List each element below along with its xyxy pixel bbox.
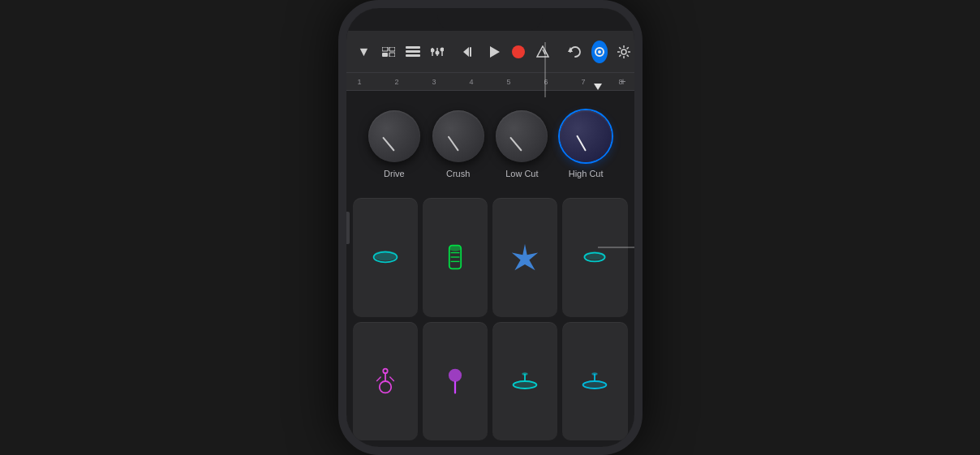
svg-marker-13: [463, 47, 469, 57]
svg-line-29: [626, 47, 628, 49]
svg-rect-3: [389, 53, 395, 57]
crush-knob-indicator: [447, 135, 458, 151]
drive-knob-container[interactable]: Drive: [368, 110, 420, 178]
svg-point-34: [449, 246, 461, 251]
drive-label: Drive: [384, 169, 405, 178]
playhead-marker: [594, 84, 602, 90]
lowcut-knob-container[interactable]: Low Cut: [496, 110, 548, 178]
play-button[interactable]: [486, 45, 502, 58]
svg-point-21: [598, 50, 601, 54]
svg-point-16: [512, 45, 525, 58]
highcut-knob-indicator: [576, 135, 587, 151]
drive-knob-indicator: [382, 137, 395, 152]
highcut-knob-container[interactable]: High Cut: [560, 110, 612, 178]
svg-marker-15: [490, 46, 500, 58]
svg-line-30: [619, 54, 621, 56]
svg-point-51: [522, 372, 528, 376]
lowcut-knob[interactable]: [496, 110, 548, 162]
highcut-label: High Cut: [569, 169, 604, 178]
drive-knob[interactable]: [368, 110, 420, 162]
svg-point-32: [373, 251, 397, 261]
svg-line-28: [626, 54, 628, 56]
pad-maraca[interactable]: [423, 322, 488, 441]
svg-point-43: [383, 368, 387, 372]
record-button[interactable]: [510, 45, 527, 59]
pad-starburst[interactable]: [492, 198, 557, 317]
crush-knob-container[interactable]: Crush: [432, 110, 484, 178]
layout-icon[interactable]: [380, 47, 397, 57]
lowcut-label: Low Cut: [505, 169, 538, 178]
svg-rect-14: [470, 47, 471, 57]
toolbar: ▼: [346, 31, 634, 73]
svg-rect-0: [382, 47, 388, 51]
pads-section: [346, 191, 634, 447]
svg-point-12: [440, 47, 444, 51]
undo-button[interactable]: [567, 45, 583, 58]
ruler-7: 7: [581, 78, 585, 86]
svg-point-10: [431, 48, 435, 52]
ruler-plus[interactable]: +: [620, 76, 625, 88]
pad-conga[interactable]: [423, 198, 488, 317]
svg-point-53: [583, 381, 607, 388]
ruler-2: 2: [394, 78, 398, 86]
pads-row-2: [353, 322, 628, 441]
highcut-knob[interactable]: [560, 110, 612, 162]
svg-marker-38: [512, 244, 538, 270]
ruler-numbers: 1 2 3 4 5 6 7 8 +: [358, 78, 623, 86]
settings-button[interactable]: [616, 45, 632, 59]
tracks-icon[interactable]: [405, 46, 421, 58]
phone-frame: ▼: [338, 0, 643, 455]
svg-point-22: [621, 49, 626, 54]
svg-point-40: [585, 251, 605, 260]
timeline-ruler: 1 2 3 4 5 6 7 8 +: [346, 73, 634, 91]
controls-icon[interactable]: [429, 46, 445, 58]
ruler-1: 1: [358, 78, 362, 86]
pads-row-1: [353, 198, 628, 317]
ruler-3: 3: [432, 78, 436, 86]
rewind-button[interactable]: [462, 46, 478, 58]
side-button: [343, 212, 350, 244]
pad-antenna[interactable]: [353, 322, 418, 441]
svg-rect-4: [406, 46, 420, 49]
svg-marker-17: [537, 46, 548, 57]
smart-button[interactable]: [591, 41, 608, 63]
pad-hihat-closed[interactable]: [353, 198, 418, 317]
crush-knob[interactable]: [432, 110, 484, 162]
svg-point-41: [379, 381, 390, 393]
ruler-4: 4: [469, 78, 473, 86]
svg-point-55: [592, 372, 598, 376]
svg-rect-6: [406, 54, 420, 57]
pad-hihat-closed-2[interactable]: [562, 198, 627, 317]
svg-point-11: [435, 50, 439, 54]
knobs-section: Drive Crush Low Cut High Cut: [346, 91, 634, 191]
ruler-5: 5: [506, 78, 510, 86]
pad-cymbal-2[interactable]: [562, 322, 627, 441]
dropdown-icon[interactable]: ▼: [356, 45, 372, 59]
ruler-6: 6: [544, 78, 548, 86]
crush-label: Crush: [446, 169, 470, 178]
svg-rect-2: [382, 53, 388, 57]
svg-rect-1: [389, 47, 395, 51]
svg-line-27: [619, 47, 621, 49]
metronome-button[interactable]: [535, 45, 551, 58]
svg-line-45: [389, 376, 393, 380]
screen: ▼: [346, 8, 634, 447]
svg-line-44: [376, 376, 380, 380]
svg-rect-5: [406, 50, 420, 53]
lowcut-knob-indicator: [509, 137, 522, 152]
pad-cymbal[interactable]: [492, 322, 557, 441]
svg-point-49: [514, 381, 537, 388]
notch: [437, 8, 543, 31]
svg-point-46: [449, 368, 462, 381]
